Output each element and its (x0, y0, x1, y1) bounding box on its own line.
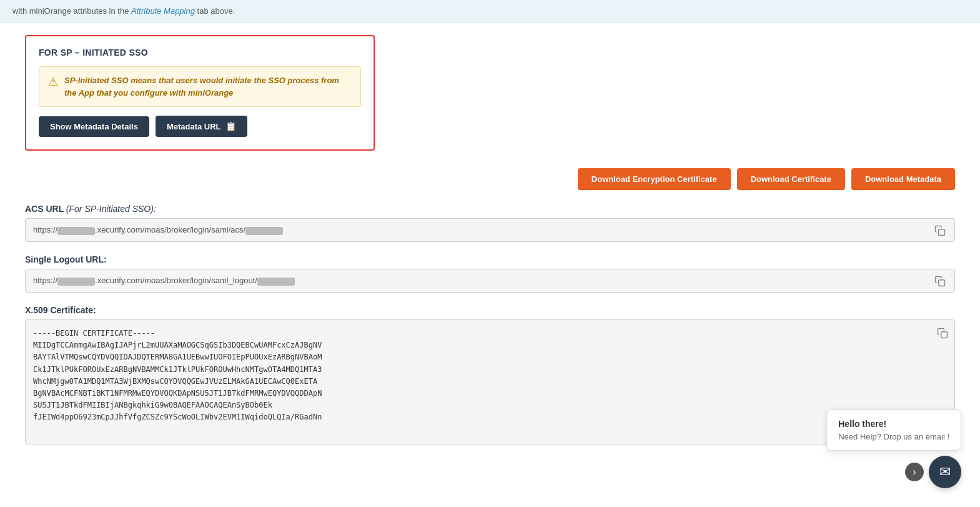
acs-url-redacted-2 (245, 227, 283, 235)
top-banner-text-before: with miniOrange attributes in the (12, 6, 131, 16)
download-buttons-row: Download Encryption Certificate Download… (25, 168, 955, 190)
acs-url-redacted-1 (57, 227, 95, 235)
acs-url-section: ACS URL (For SP-Initiated SSO): https://… (25, 204, 955, 242)
acs-url-copy-button[interactable] (933, 224, 947, 236)
attribute-mapping-link[interactable]: Attribute Mapping (131, 6, 195, 16)
single-logout-url-input-wrapper: https:// .xecurify.com/moas/broker/login… (25, 269, 955, 293)
cert-text: -----BEGIN CERTIFICATE----- MIIDgTCCAmmg… (33, 328, 947, 424)
logout-url-redacted-1 (57, 278, 95, 286)
cert-copy-icon-svg (937, 328, 948, 339)
chat-bubble: Hello there! Need Help? Drop us an email… (826, 409, 961, 451)
show-metadata-label: Show Metadata Details (50, 122, 138, 131)
single-logout-url-label: Single Logout URL: (25, 254, 955, 264)
copy-icon-svg (934, 225, 946, 236)
sp-initiated-box: FOR SP – INITIATED SSO ⚠ SP-Initiated SS… (25, 35, 375, 151)
svg-rect-0 (939, 229, 945, 235)
chat-icon-row: › ✉ (905, 456, 961, 488)
copy-icon: 📋 (225, 121, 236, 131)
metadata-url-button[interactable]: Metadata URL 📋 (156, 116, 247, 137)
acs-url-label-suffix: (For SP-Initiated SSO): (66, 204, 156, 214)
cert-copy-button[interactable] (937, 326, 948, 339)
download-encryption-cert-label: Download Encryption Certificate (591, 174, 717, 184)
single-logout-url-copy-button[interactable] (933, 274, 947, 287)
single-logout-url-value: https:// .xecurify.com/moas/broker/login… (33, 276, 929, 285)
chat-bubble-title: Hello there! (838, 419, 949, 429)
top-banner: with miniOrange attributes in the Attrib… (0, 0, 980, 23)
warning-icon: ⚠ (48, 75, 58, 89)
acs-url-value: https:// .xecurify.com/moas/broker/login… (33, 225, 929, 234)
page-wrapper: with miniOrange attributes in the Attrib… (0, 0, 980, 507)
chat-main-button[interactable]: ✉ (929, 456, 961, 488)
main-content: FOR SP – INITIATED SSO ⚠ SP-Initiated SS… (0, 23, 980, 469)
logout-url-redacted-2 (257, 278, 295, 286)
download-metadata-label: Download Metadata (865, 174, 941, 184)
chat-widget: Hello there! Need Help? Drop us an email… (826, 409, 961, 488)
svg-rect-1 (939, 279, 945, 286)
show-metadata-button[interactable]: Show Metadata Details (39, 116, 149, 137)
button-row: Show Metadata Details Metadata URL 📋 (39, 116, 361, 137)
download-encryption-cert-button[interactable]: Download Encryption Certificate (578, 168, 731, 190)
metadata-url-label: Metadata URL (167, 122, 221, 131)
warning-banner: ⚠ SP-Initiated SSO means that users woul… (39, 66, 361, 107)
acs-url-label: ACS URL (For SP-Initiated SSO): (25, 204, 955, 214)
download-metadata-button[interactable]: Download Metadata (851, 168, 955, 190)
chat-envelope-icon: ✉ (939, 464, 951, 480)
x509-certificate-label: X.509 Certificate: (25, 305, 955, 315)
warning-text: SP-Initiated SSO means that users would … (64, 74, 352, 99)
cert-textarea-wrapper: -----BEGIN CERTIFICATE----- MIIDgTCCAmmg… (25, 319, 955, 444)
acs-url-input-wrapper: https:// .xecurify.com/moas/broker/login… (25, 218, 955, 242)
copy-icon-svg-2 (934, 276, 946, 287)
download-certificate-button[interactable]: Download Certificate (737, 168, 845, 190)
top-banner-text-after: tab above. (197, 6, 235, 16)
chat-bubble-text: Need Help? Drop us an email ! (838, 432, 949, 441)
acs-url-label-text: ACS URL (25, 204, 64, 214)
download-certificate-label: Download Certificate (751, 174, 831, 184)
sp-initiated-title: FOR SP – INITIATED SSO (39, 48, 361, 58)
chat-arrow-button[interactable]: › (905, 463, 924, 481)
single-logout-url-section: Single Logout URL: https:// .xecurify.co… (25, 254, 955, 293)
x509-certificate-section: X.509 Certificate: -----BEGIN CERTIFICAT… (25, 305, 955, 444)
svg-rect-2 (941, 331, 948, 338)
